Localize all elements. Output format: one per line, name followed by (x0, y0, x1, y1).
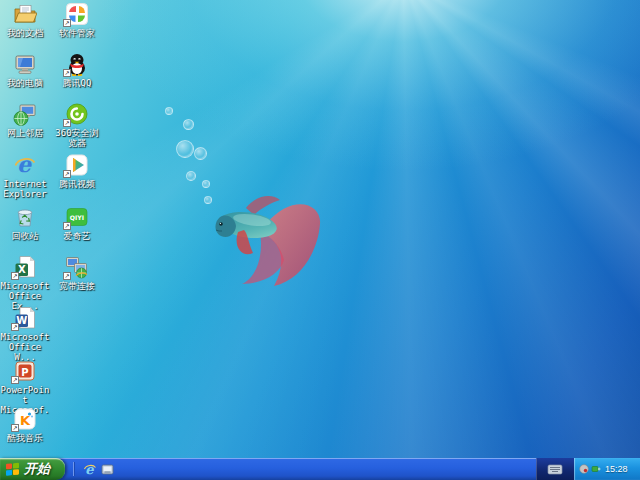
desktop-icon-my-computer[interactable]: 我的电脑 (0, 52, 50, 88)
taskbar-empty-area (121, 458, 536, 480)
taskbar: 开始 e 15:28 (0, 458, 640, 480)
icon-label: 回收站 (12, 231, 39, 241)
icon-label: 宽带连接 (59, 281, 95, 291)
ie-quicklaunch-icon[interactable]: e (82, 462, 97, 477)
svg-text:e: e (85, 462, 94, 476)
start-button[interactable]: 开始 (0, 458, 65, 480)
my-documents-icon (13, 2, 37, 26)
shortcut-arrow-icon: ↗ (63, 170, 71, 178)
shortcut-arrow-icon: ↗ (63, 19, 71, 27)
shortcut-arrow-icon: ↗ (63, 69, 71, 77)
desktop-icon-internet-explorer[interactable]: e Internet Explorer (0, 153, 50, 199)
tray-network-icon[interactable] (591, 464, 601, 474)
desktop-icon-network-places[interactable]: 网上邻居 (0, 102, 50, 138)
icon-label: Internet Explorer (0, 179, 50, 199)
system-tray: 15:28 (574, 458, 640, 480)
shortcut-arrow-icon: ↗ (63, 272, 71, 280)
svg-text:X: X (18, 264, 26, 275)
svg-text:P: P (21, 367, 28, 378)
shortcut-arrow-icon: ↗ (11, 323, 19, 331)
taskbar-clock[interactable]: 15:28 (605, 464, 628, 474)
bubble (194, 147, 207, 160)
tray-audio-icon[interactable] (579, 464, 589, 474)
icon-label: 酷我音乐 (7, 433, 43, 443)
recycle-bin-icon (13, 205, 37, 229)
icon-label: 爱奇艺 (64, 231, 91, 241)
desktop-icon-broadband[interactable]: ↗ 宽带连接 (50, 255, 104, 291)
desktop-icon-tencent-video[interactable]: ↗ 腾讯视频 (50, 153, 104, 189)
desktop-icon-iqiyi[interactable]: QIYI ↗ 爱奇艺 (50, 205, 104, 241)
desktop-icon-excel[interactable]: X ↗ Microsoft Office Ex... (0, 255, 50, 311)
language-bar[interactable] (536, 458, 574, 480)
desktop-icon-recycle-bin[interactable]: 回收站 (0, 205, 50, 241)
icon-label: 我的文档 (7, 28, 43, 38)
desktop-icon-word[interactable]: W ↗ Microsoft Office W... (0, 306, 50, 362)
kuwo-music-icon: K ↗ (13, 407, 37, 431)
icon-label: 软件管家 (59, 28, 95, 38)
bubble (165, 107, 173, 115)
svg-text:e: e (17, 153, 33, 177)
show-desktop-icon[interactable] (100, 462, 115, 477)
desktop-icon-software-manager[interactable]: ↗ 软件管家 (50, 2, 104, 38)
360-browser-icon: ↗ (65, 102, 89, 126)
network-places-icon (13, 102, 37, 126)
betta-fish-wallpaper-image (208, 182, 336, 300)
icon-label: Microsoft Office W... (0, 332, 50, 362)
shortcut-arrow-icon: ↗ (63, 222, 71, 230)
bubble (186, 171, 196, 181)
shortcut-arrow-icon: ↗ (63, 119, 71, 127)
icon-label: 腾讯视频 (59, 179, 95, 189)
icon-label: 腾讯QQ (63, 78, 92, 88)
internet-explorer-icon: e (13, 153, 37, 177)
desktop-icon-tencent-qq[interactable]: ↗ 腾讯QQ (50, 52, 104, 88)
quick-launch-handle[interactable] (73, 462, 76, 476)
qq-penguin-icon: ↗ (65, 52, 89, 76)
icon-label: 360安全浏览器 (51, 128, 103, 148)
bubble (176, 140, 194, 158)
desktop-icon-kuwo-music[interactable]: K ↗ 酷我音乐 (0, 407, 50, 443)
desktop: 我的文档 我的电脑 网上邻居 e Internet Explorer 回收站 X… (0, 0, 640, 480)
shortcut-arrow-icon: ↗ (11, 272, 19, 280)
svg-text:QIYI: QIYI (70, 214, 84, 221)
word-icon: W ↗ (13, 306, 37, 330)
software-manager-icon: ↗ (65, 2, 89, 26)
excel-icon: X ↗ (13, 255, 37, 279)
windows-flag-icon (5, 462, 20, 477)
tencent-video-icon: ↗ (65, 153, 89, 177)
desktop-icon-360-browser[interactable]: ↗ 360安全浏览器 (50, 102, 104, 148)
desktop-icon-my-documents[interactable]: 我的文档 (0, 2, 50, 38)
powerpoint-icon: P ↗ (13, 359, 37, 383)
shortcut-arrow-icon: ↗ (11, 376, 19, 384)
broadband-connection-icon: ↗ (65, 255, 89, 279)
start-button-label: 开始 (24, 460, 50, 478)
quick-launch-bar: e (65, 458, 121, 480)
keyboard-icon (547, 464, 563, 475)
icon-label: 我的电脑 (7, 78, 43, 88)
shortcut-arrow-icon: ↗ (11, 424, 19, 432)
bubble (183, 119, 194, 130)
iqiyi-icon: QIYI ↗ (65, 205, 89, 229)
my-computer-icon (13, 52, 37, 76)
icon-label: 网上邻居 (7, 128, 43, 138)
